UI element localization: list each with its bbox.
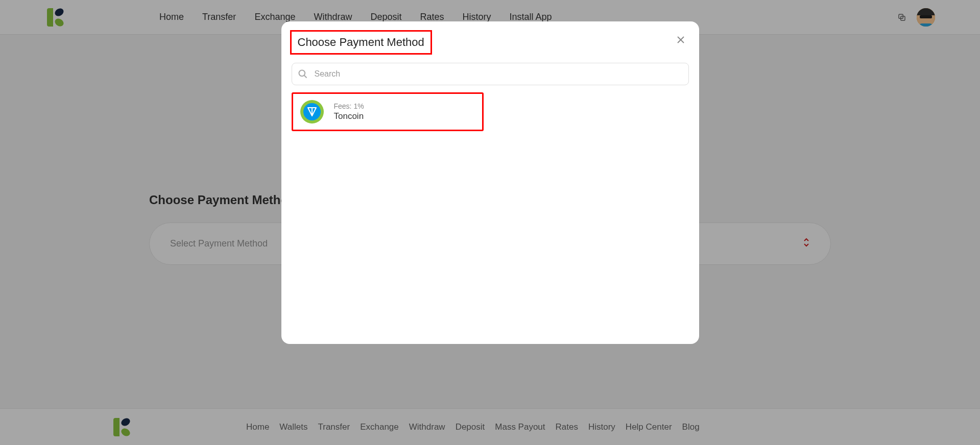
coin-name: Toncoin (334, 111, 364, 121)
close-icon (677, 36, 684, 43)
toncoin-icon (300, 100, 324, 123)
search-container (292, 63, 689, 85)
modal-header: Choose Payment Method (292, 32, 689, 55)
search-icon (298, 69, 308, 79)
fees-label: Fees: 1% (334, 102, 364, 110)
option-text: Fees: 1% Toncoin (334, 102, 364, 121)
payment-option-toncoin[interactable]: Fees: 1% Toncoin (292, 92, 484, 131)
svg-point-8 (299, 70, 305, 77)
svg-line-9 (304, 76, 306, 78)
modal-title: Choose Payment Method (290, 30, 432, 55)
close-button[interactable] (675, 34, 687, 46)
payment-method-modal: Choose Payment Method (281, 21, 699, 344)
search-input[interactable] (292, 63, 689, 85)
